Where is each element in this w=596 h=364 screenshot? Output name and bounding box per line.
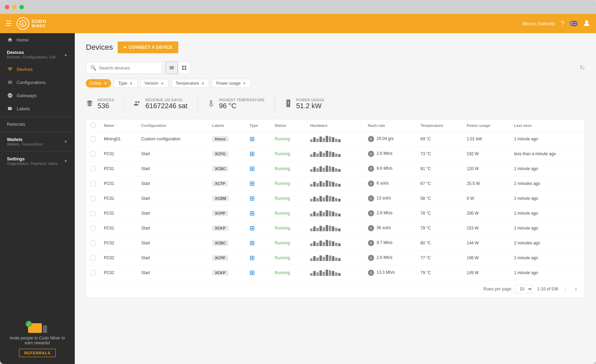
row-lastseen: 1 minute ago [510, 206, 585, 221]
row-checkbox[interactable] [90, 196, 96, 201]
menu-icon[interactable]: ☰ [6, 19, 12, 28]
rows-per-page-label: Rows per page: [483, 287, 512, 291]
list-view-button[interactable] [165, 62, 178, 74]
row-checkbox[interactable] [90, 270, 96, 276]
sidebar-settings-info: Settings Organisation, Payment, Users [7, 156, 58, 166]
row-temperature: 79 °C [416, 221, 463, 236]
row-type: ⊞ [245, 265, 271, 280]
row-status: Running [271, 176, 306, 191]
row-temperature: 81 °C [416, 161, 463, 176]
sidebar-item-devices[interactable]: Devices [0, 63, 75, 76]
sidebar-divider3 [0, 151, 75, 151]
sidebar-item-labels[interactable]: Labels [0, 102, 75, 115]
online-filter-remove[interactable]: ✕ [103, 81, 108, 86]
table-row: PC01 Start XCKP ⊞ Running ⊙ 36 sol/s 79 … [86, 221, 585, 236]
home-icon [7, 37, 13, 43]
hardware-bars [310, 255, 360, 261]
row-name: PC02 [100, 251, 137, 265]
refresh-button[interactable]: ↻ [580, 64, 585, 72]
windows-icon: ⊞ [250, 210, 255, 217]
maximize-btn[interactable] [19, 5, 24, 9]
online-filter-label: Online [89, 81, 101, 86]
row-config: Start [137, 147, 208, 161]
temperature-filter[interactable]: Temperature ▼ [171, 79, 209, 88]
table-row: PC01 Start XCFG ⊞ Running ⊙ 2.6 Mh/s 73 … [86, 147, 585, 161]
row-checkbox[interactable] [90, 151, 96, 157]
user-icon[interactable] [583, 19, 590, 28]
row-power: 1.01 kW [463, 132, 510, 147]
col-name[interactable]: Name ↑ [100, 119, 137, 132]
row-checkbox[interactable] [90, 181, 96, 186]
row-checkbox[interactable] [90, 255, 96, 261]
row-config: Start [137, 221, 208, 236]
row-hashrate: ⊙ 9.7 Mh/s [364, 236, 416, 251]
search-input[interactable] [99, 65, 157, 71]
row-lastseen: 1 minute ago [510, 132, 585, 147]
page-title: Devices [86, 43, 113, 52]
type-filter[interactable]: Type ▼ [114, 79, 137, 88]
sidebar-settings-group[interactable]: Settings Organisation, Payment, Users ▼ [0, 153, 75, 169]
titlebar [0, 0, 596, 14]
connect-device-button[interactable]: + CONNECT A DEVICE [118, 41, 178, 53]
row-checkbox[interactable] [90, 241, 96, 246]
row-temperature: 80 °C [416, 236, 463, 251]
hashrate-icon: ⊙ [368, 225, 374, 231]
next-page-button[interactable]: › [573, 285, 579, 293]
row-hardware [306, 191, 364, 206]
filters-bar: Online ✕ Type ▼ Version ▼ Temperature [86, 79, 585, 88]
minimize-btn[interactable] [12, 5, 17, 9]
row-type: ⊞ [245, 221, 271, 236]
hashrate-icon: ⊙ [368, 136, 374, 142]
row-label: XCPP [208, 206, 245, 221]
row-type: ⊞ [245, 161, 271, 176]
close-btn[interactable] [5, 5, 9, 9]
labels-label: Labels [17, 106, 30, 111]
stat-devices-info: DEVICES 536 [98, 98, 114, 110]
type-filter-label: Type [118, 81, 127, 86]
devices-table: Name ↑ Configuration Labels Type Status … [86, 119, 585, 280]
sidebar-item-gateways[interactable]: Gateways [0, 89, 75, 102]
windows-icon: ⊞ [250, 269, 255, 276]
windows-icon: ⊞ [250, 136, 255, 142]
row-status: Running [271, 132, 306, 147]
row-power: 153 W [463, 221, 510, 236]
row-checkbox[interactable] [90, 211, 96, 216]
version-filter[interactable]: Version ▼ [140, 79, 169, 88]
row-name: Mining01 [100, 132, 137, 147]
table-row: PC01 Start XCBM ⊞ Running ⊙ 13 sol/s 58 … [86, 191, 585, 206]
grid-view-button[interactable] [178, 62, 190, 74]
sidebar-item-home[interactable]: Home [0, 33, 75, 46]
prev-page-button[interactable]: ‹ [562, 285, 569, 293]
row-hashrate: ⊙ 13.3 Mh/s [364, 265, 416, 280]
select-all-checkbox[interactable] [90, 123, 96, 128]
row-type: ⊞ [245, 251, 271, 265]
row-temperature: 78 °C [416, 206, 463, 221]
col-configuration: Configuration [137, 119, 208, 132]
temp-stat-label: HIGHEST TEMPERATURE [219, 98, 265, 102]
stat-power-info: POWER USAGE 51.2 kW [296, 98, 325, 110]
windows-icon: ⊞ [250, 225, 255, 232]
row-power: 25.5 W [463, 176, 510, 191]
stat-devices: DEVICES 536 [86, 95, 124, 113]
row-lastseen: 1 minute ago [510, 161, 585, 176]
sidebar-wallets-info: Wallets Wallets, Transactions [7, 137, 43, 146]
status-badge: Running [275, 211, 290, 216]
row-checkbox[interactable] [90, 226, 96, 231]
sidebar-wallets-group[interactable]: Wallets Wallets, Transactions ▼ [0, 133, 75, 150]
row-name: PC02 [100, 236, 137, 251]
pagination: Rows per page: 10 25 50 1-10 of 536 ‹ › [86, 280, 585, 298]
sidebar-item-referrals[interactable]: Referrals [0, 118, 75, 130]
help-icon[interactable]: ? [561, 20, 564, 27]
gateways-icon [7, 92, 13, 99]
referrals-button[interactable]: REFERRALS [19, 349, 56, 357]
currency-label[interactable]: Bitcoin (Satoshi) [522, 21, 555, 26]
sidebar-devices-group[interactable]: Devices Devices, Configurations, Gat... … [0, 46, 75, 63]
rows-per-page-select[interactable]: 10 25 50 [515, 284, 533, 293]
power-usage-filter[interactable]: Power usage ▼ [212, 79, 251, 88]
row-checkbox[interactable] [90, 166, 96, 171]
sidebar-item-configurations[interactable]: Configurations [0, 76, 75, 89]
row-power: 144 W [463, 236, 510, 251]
hardware-bars [310, 270, 360, 276]
table-row: PC02 Start XCPP ⊞ Running ⊙ 2.6 Mh/s 77 … [86, 251, 585, 265]
row-checkbox[interactable] [90, 137, 96, 142]
